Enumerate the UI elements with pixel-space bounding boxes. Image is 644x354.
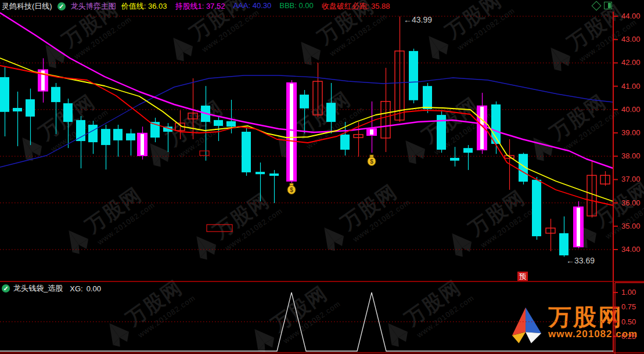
- candle-body-down: [51, 87, 60, 102]
- candle-body-down: [126, 133, 135, 140]
- indicator-check-icon[interactable]: ✓: [57, 2, 66, 10]
- indicator-field: 持股线1: 37.52: [175, 1, 225, 12]
- indicator-field: 价值线: 36.03: [121, 1, 167, 12]
- candle-body-strong-edge: [293, 83, 296, 181]
- indicator-field: AAA: 40.30: [233, 1, 271, 12]
- drawing-box: [207, 225, 232, 232]
- candle-body-down: [409, 51, 418, 100]
- svg-text:$: $: [290, 187, 293, 193]
- sub-chart-header: ✓ 龙头钱袋_选股 XG: 0.00: [2, 283, 101, 294]
- candle-body-down: [326, 103, 336, 122]
- diamond-icon[interactable]: [592, 1, 602, 11]
- xg-label: XG:: [70, 284, 82, 293]
- xg-value: 0.00: [87, 284, 101, 293]
- candle-body-down: [269, 174, 279, 176]
- candle-body-down: [63, 103, 73, 122]
- candle-body-down: [450, 158, 459, 161]
- candle-body-down: [559, 233, 569, 255]
- title-bar: 灵鸽科技(日线) ✓ 龙头博弈主图 价值线: 36.03持股线1: 37.52A…: [2, 1, 390, 11]
- candle-body-strong-edge: [580, 207, 583, 247]
- candle-body-strong-edge: [367, 129, 370, 135]
- ma-line-持股线1: [0, 13, 613, 168]
- candle-body-down: [76, 120, 85, 141]
- corner-icons: [593, 2, 612, 9]
- candle-body-down: [226, 121, 236, 127]
- indicator-values: 价值线: 36.03持股线1: 37.52AAA: 40.30BBB: 0.00…: [121, 1, 390, 12]
- money-bag-icon: $: [287, 183, 296, 194]
- candle-body-down: [0, 77, 9, 112]
- indicator-field: BBB: 0.00: [279, 1, 314, 12]
- candle-body-strong-edge: [144, 133, 147, 156]
- candle-body-down: [256, 172, 265, 174]
- sub-indicator-name[interactable]: 龙头钱袋_选股: [13, 283, 63, 294]
- tdx-chart-window: 万股网www.201082.com万股网www.201082.com万股网www…: [0, 0, 644, 354]
- candle-body-down: [300, 95, 309, 109]
- candlestick-chart-canvas[interactable]: $$: [0, 0, 644, 354]
- candle-body-strong-edge: [287, 83, 290, 181]
- candle-body-down: [26, 99, 35, 117]
- drawing-box: [200, 151, 209, 156]
- candle-body-down: [88, 125, 98, 142]
- candle-body-strong-edge: [373, 129, 376, 135]
- money-bag-icon: $: [368, 155, 376, 166]
- candle-body-down: [463, 148, 473, 153]
- candle-body-down: [214, 120, 223, 126]
- candle-body-strong-edge: [138, 133, 141, 156]
- ma-line-AAA: [0, 75, 613, 167]
- candle-body-down: [340, 135, 350, 150]
- candle-body-down: [13, 108, 22, 111]
- candle-body-down: [242, 132, 251, 172]
- indicator-name[interactable]: 龙头博弈主图: [71, 1, 116, 12]
- candle-body-down: [113, 129, 123, 140]
- candle-body-down: [532, 180, 541, 236]
- svg-text:$: $: [370, 158, 373, 165]
- candle-body-down: [423, 86, 432, 109]
- candle-body-strong-edge: [477, 106, 480, 150]
- xg-signal-line: [0, 292, 613, 351]
- indicator-field: 收盘破红必跑: 35.88: [322, 1, 390, 12]
- candle-body-strong-edge: [574, 207, 577, 247]
- sub-indicator-check-icon[interactable]: ✓: [2, 284, 10, 292]
- panel-toggle-icon[interactable]: [604, 2, 612, 9]
- candle-body-down: [101, 129, 110, 145]
- candle-body-strong-edge: [45, 70, 48, 91]
- stock-name[interactable]: 灵鸽科技(日线): [2, 1, 52, 12]
